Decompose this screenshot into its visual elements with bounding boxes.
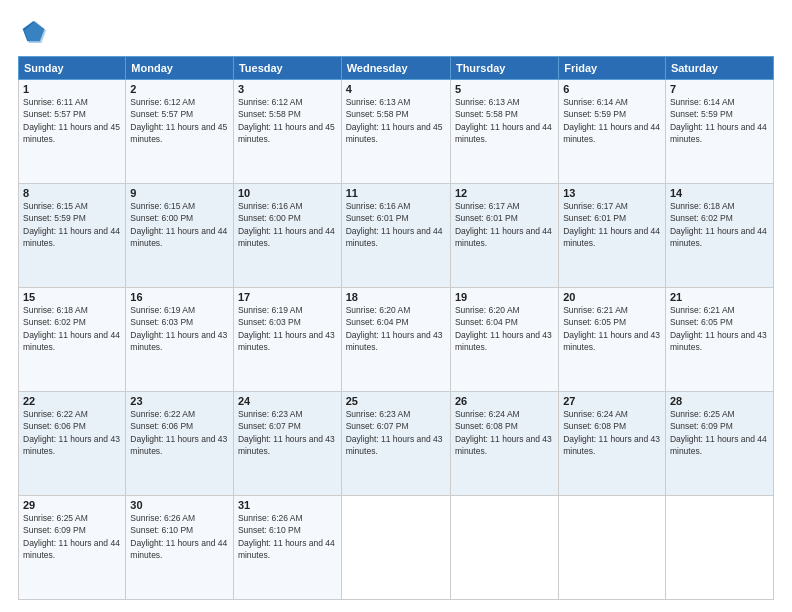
- calendar-day-cell: 6 Sunrise: 6:14 AMSunset: 5:59 PMDayligh…: [559, 80, 666, 184]
- day-number: 9: [130, 187, 229, 199]
- calendar-day-cell: [341, 496, 450, 600]
- day-number: 19: [455, 291, 554, 303]
- weekday-header-cell: Sunday: [19, 57, 126, 80]
- day-info: Sunrise: 6:18 AMSunset: 6:02 PMDaylight:…: [23, 305, 120, 352]
- calendar-page: SundayMondayTuesdayWednesdayThursdayFrid…: [0, 0, 792, 612]
- day-info: Sunrise: 6:24 AMSunset: 6:08 PMDaylight:…: [563, 409, 660, 456]
- calendar-week-row: 22 Sunrise: 6:22 AMSunset: 6:06 PMDaylig…: [19, 392, 774, 496]
- header: [18, 18, 774, 46]
- calendar-day-cell: 13 Sunrise: 6:17 AMSunset: 6:01 PMDaylig…: [559, 184, 666, 288]
- calendar-day-cell: 1 Sunrise: 6:11 AMSunset: 5:57 PMDayligh…: [19, 80, 126, 184]
- day-number: 1: [23, 83, 121, 95]
- calendar-day-cell: 23 Sunrise: 6:22 AMSunset: 6:06 PMDaylig…: [126, 392, 234, 496]
- day-info: Sunrise: 6:23 AMSunset: 6:07 PMDaylight:…: [346, 409, 443, 456]
- weekday-header-cell: Thursday: [450, 57, 558, 80]
- calendar-day-cell: 3 Sunrise: 6:12 AMSunset: 5:58 PMDayligh…: [233, 80, 341, 184]
- day-number: 23: [130, 395, 229, 407]
- weekday-header-cell: Tuesday: [233, 57, 341, 80]
- calendar-day-cell: 21 Sunrise: 6:21 AMSunset: 6:05 PMDaylig…: [665, 288, 773, 392]
- day-info: Sunrise: 6:22 AMSunset: 6:06 PMDaylight:…: [23, 409, 120, 456]
- day-info: Sunrise: 6:11 AMSunset: 5:57 PMDaylight:…: [23, 97, 120, 144]
- weekday-header-row: SundayMondayTuesdayWednesdayThursdayFrid…: [19, 57, 774, 80]
- day-number: 3: [238, 83, 337, 95]
- day-info: Sunrise: 6:21 AMSunset: 6:05 PMDaylight:…: [670, 305, 767, 352]
- day-number: 15: [23, 291, 121, 303]
- day-number: 13: [563, 187, 661, 199]
- day-number: 29: [23, 499, 121, 511]
- day-info: Sunrise: 6:23 AMSunset: 6:07 PMDaylight:…: [238, 409, 335, 456]
- day-number: 31: [238, 499, 337, 511]
- weekday-header-cell: Wednesday: [341, 57, 450, 80]
- day-info: Sunrise: 6:12 AMSunset: 5:58 PMDaylight:…: [238, 97, 335, 144]
- day-number: 16: [130, 291, 229, 303]
- day-info: Sunrise: 6:25 AMSunset: 6:09 PMDaylight:…: [670, 409, 767, 456]
- day-info: Sunrise: 6:14 AMSunset: 5:59 PMDaylight:…: [670, 97, 767, 144]
- day-info: Sunrise: 6:20 AMSunset: 6:04 PMDaylight:…: [346, 305, 443, 352]
- day-info: Sunrise: 6:13 AMSunset: 5:58 PMDaylight:…: [346, 97, 443, 144]
- day-number: 22: [23, 395, 121, 407]
- day-number: 25: [346, 395, 446, 407]
- weekday-header-cell: Friday: [559, 57, 666, 80]
- day-number: 20: [563, 291, 661, 303]
- day-info: Sunrise: 6:17 AMSunset: 6:01 PMDaylight:…: [455, 201, 552, 248]
- calendar-day-cell: 31 Sunrise: 6:26 AMSunset: 6:10 PMDaylig…: [233, 496, 341, 600]
- day-info: Sunrise: 6:18 AMSunset: 6:02 PMDaylight:…: [670, 201, 767, 248]
- calendar-day-cell: 15 Sunrise: 6:18 AMSunset: 6:02 PMDaylig…: [19, 288, 126, 392]
- day-number: 24: [238, 395, 337, 407]
- day-info: Sunrise: 6:16 AMSunset: 6:00 PMDaylight:…: [238, 201, 335, 248]
- calendar-day-cell: 12 Sunrise: 6:17 AMSunset: 6:01 PMDaylig…: [450, 184, 558, 288]
- day-number: 12: [455, 187, 554, 199]
- calendar-day-cell: 22 Sunrise: 6:22 AMSunset: 6:06 PMDaylig…: [19, 392, 126, 496]
- day-info: Sunrise: 6:12 AMSunset: 5:57 PMDaylight:…: [130, 97, 227, 144]
- day-number: 6: [563, 83, 661, 95]
- calendar-week-row: 29 Sunrise: 6:25 AMSunset: 6:09 PMDaylig…: [19, 496, 774, 600]
- day-info: Sunrise: 6:19 AMSunset: 6:03 PMDaylight:…: [238, 305, 335, 352]
- day-number: 21: [670, 291, 769, 303]
- calendar-table: SundayMondayTuesdayWednesdayThursdayFrid…: [18, 56, 774, 600]
- day-info: Sunrise: 6:16 AMSunset: 6:01 PMDaylight:…: [346, 201, 443, 248]
- day-info: Sunrise: 6:21 AMSunset: 6:05 PMDaylight:…: [563, 305, 660, 352]
- calendar-day-cell: 7 Sunrise: 6:14 AMSunset: 5:59 PMDayligh…: [665, 80, 773, 184]
- calendar-week-row: 15 Sunrise: 6:18 AMSunset: 6:02 PMDaylig…: [19, 288, 774, 392]
- day-number: 4: [346, 83, 446, 95]
- day-number: 11: [346, 187, 446, 199]
- day-number: 26: [455, 395, 554, 407]
- calendar-body: 1 Sunrise: 6:11 AMSunset: 5:57 PMDayligh…: [19, 80, 774, 600]
- calendar-day-cell: [450, 496, 558, 600]
- weekday-header-cell: Saturday: [665, 57, 773, 80]
- calendar-day-cell: 20 Sunrise: 6:21 AMSunset: 6:05 PMDaylig…: [559, 288, 666, 392]
- calendar-week-row: 1 Sunrise: 6:11 AMSunset: 5:57 PMDayligh…: [19, 80, 774, 184]
- day-number: 27: [563, 395, 661, 407]
- day-info: Sunrise: 6:15 AMSunset: 6:00 PMDaylight:…: [130, 201, 227, 248]
- calendar-day-cell: 28 Sunrise: 6:25 AMSunset: 6:09 PMDaylig…: [665, 392, 773, 496]
- calendar-day-cell: [665, 496, 773, 600]
- calendar-day-cell: 24 Sunrise: 6:23 AMSunset: 6:07 PMDaylig…: [233, 392, 341, 496]
- calendar-day-cell: [559, 496, 666, 600]
- day-info: Sunrise: 6:26 AMSunset: 6:10 PMDaylight:…: [238, 513, 335, 560]
- calendar-day-cell: 27 Sunrise: 6:24 AMSunset: 6:08 PMDaylig…: [559, 392, 666, 496]
- day-number: 17: [238, 291, 337, 303]
- day-number: 5: [455, 83, 554, 95]
- day-info: Sunrise: 6:17 AMSunset: 6:01 PMDaylight:…: [563, 201, 660, 248]
- calendar-day-cell: 8 Sunrise: 6:15 AMSunset: 5:59 PMDayligh…: [19, 184, 126, 288]
- day-number: 30: [130, 499, 229, 511]
- day-info: Sunrise: 6:15 AMSunset: 5:59 PMDaylight:…: [23, 201, 120, 248]
- day-number: 10: [238, 187, 337, 199]
- day-info: Sunrise: 6:19 AMSunset: 6:03 PMDaylight:…: [130, 305, 227, 352]
- calendar-day-cell: 10 Sunrise: 6:16 AMSunset: 6:00 PMDaylig…: [233, 184, 341, 288]
- day-number: 18: [346, 291, 446, 303]
- day-info: Sunrise: 6:24 AMSunset: 6:08 PMDaylight:…: [455, 409, 552, 456]
- calendar-day-cell: 29 Sunrise: 6:25 AMSunset: 6:09 PMDaylig…: [19, 496, 126, 600]
- calendar-day-cell: 11 Sunrise: 6:16 AMSunset: 6:01 PMDaylig…: [341, 184, 450, 288]
- calendar-day-cell: 5 Sunrise: 6:13 AMSunset: 5:58 PMDayligh…: [450, 80, 558, 184]
- logo-icon: [18, 18, 46, 46]
- calendar-day-cell: 4 Sunrise: 6:13 AMSunset: 5:58 PMDayligh…: [341, 80, 450, 184]
- calendar-day-cell: 2 Sunrise: 6:12 AMSunset: 5:57 PMDayligh…: [126, 80, 234, 184]
- calendar-day-cell: 17 Sunrise: 6:19 AMSunset: 6:03 PMDaylig…: [233, 288, 341, 392]
- day-info: Sunrise: 6:26 AMSunset: 6:10 PMDaylight:…: [130, 513, 227, 560]
- calendar-day-cell: 16 Sunrise: 6:19 AMSunset: 6:03 PMDaylig…: [126, 288, 234, 392]
- weekday-header-cell: Monday: [126, 57, 234, 80]
- day-info: Sunrise: 6:25 AMSunset: 6:09 PMDaylight:…: [23, 513, 120, 560]
- calendar-day-cell: 9 Sunrise: 6:15 AMSunset: 6:00 PMDayligh…: [126, 184, 234, 288]
- calendar-day-cell: 14 Sunrise: 6:18 AMSunset: 6:02 PMDaylig…: [665, 184, 773, 288]
